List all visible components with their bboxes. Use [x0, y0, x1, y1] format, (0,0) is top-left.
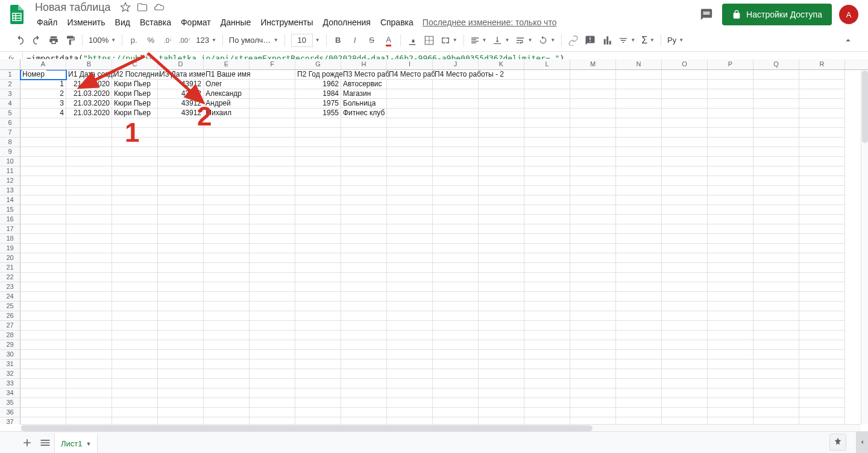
cell[interactable] — [295, 195, 341, 205]
cell[interactable] — [799, 89, 845, 99]
cell[interactable] — [753, 70, 799, 80]
cell[interactable] — [158, 408, 204, 417]
cell[interactable] — [479, 408, 524, 417]
filter-btn[interactable]: ▼ — [616, 36, 638, 45]
cell[interactable] — [799, 234, 845, 244]
cell[interactable] — [753, 408, 799, 417]
cell[interactable] — [158, 282, 204, 292]
cell[interactable] — [662, 118, 708, 128]
cell[interactable] — [250, 311, 295, 321]
cell[interactable]: 43912 — [158, 89, 204, 99]
cell[interactable] — [387, 205, 433, 215]
horizontal-scrollbar[interactable] — [20, 424, 861, 431]
cell[interactable] — [616, 80, 662, 89]
redo-icon[interactable] — [29, 33, 45, 48]
cell[interactable] — [662, 80, 708, 89]
cell[interactable] — [112, 234, 158, 244]
cell[interactable] — [753, 369, 799, 379]
cell[interactable]: Магазин — [341, 89, 387, 99]
cell[interactable] — [66, 369, 112, 379]
cell[interactable] — [250, 186, 295, 195]
cell[interactable] — [616, 253, 662, 263]
currency-btn[interactable]: р. — [126, 33, 142, 48]
cell[interactable] — [570, 138, 616, 147]
last-edit-link[interactable]: Последнее изменение: только что — [423, 15, 557, 30]
cell[interactable] — [158, 166, 204, 176]
row-header[interactable]: 19 — [0, 244, 20, 253]
cell[interactable] — [753, 360, 799, 369]
cell[interactable] — [799, 360, 845, 369]
cell[interactable]: 2 — [20, 89, 66, 99]
cell[interactable] — [66, 321, 112, 331]
cell[interactable] — [799, 398, 845, 408]
cell[interactable] — [708, 263, 753, 273]
cell[interactable] — [158, 360, 204, 369]
side-panel-toggle-icon[interactable] — [856, 431, 868, 453]
cell[interactable] — [662, 70, 708, 80]
cell[interactable] — [753, 128, 799, 138]
cell[interactable] — [204, 350, 250, 360]
cell[interactable] — [295, 224, 341, 234]
cell[interactable] — [66, 398, 112, 408]
cell[interactable] — [799, 417, 845, 424]
cell[interactable] — [753, 253, 799, 263]
cell[interactable] — [570, 273, 616, 282]
cell[interactable] — [112, 292, 158, 302]
cell[interactable] — [20, 186, 66, 195]
cell[interactable] — [341, 417, 387, 424]
cell[interactable] — [524, 80, 570, 89]
cell[interactable] — [112, 118, 158, 128]
cell[interactable] — [753, 138, 799, 147]
cell[interactable] — [112, 186, 158, 195]
cell[interactable] — [524, 292, 570, 302]
italic-btn[interactable]: I — [347, 33, 363, 48]
cell[interactable] — [799, 147, 845, 157]
cell[interactable] — [479, 263, 524, 273]
cell[interactable] — [570, 195, 616, 205]
cell[interactable] — [20, 350, 66, 360]
cell[interactable] — [616, 244, 662, 253]
cell[interactable] — [799, 215, 845, 224]
cell[interactable] — [799, 408, 845, 417]
cell[interactable] — [662, 244, 708, 253]
cell[interactable] — [387, 99, 433, 109]
cell[interactable] — [112, 331, 158, 340]
cell[interactable] — [524, 244, 570, 253]
cell[interactable] — [20, 388, 66, 398]
cell[interactable] — [479, 253, 524, 263]
cell[interactable] — [295, 302, 341, 311]
cell[interactable] — [524, 215, 570, 224]
share-button[interactable]: Настройки Доступа — [722, 4, 832, 25]
col-header-I[interactable]: I — [387, 59, 433, 69]
row-header[interactable]: 27 — [0, 321, 20, 331]
font-select[interactable]: По умолча...▼ — [227, 36, 281, 45]
cell[interactable] — [433, 224, 479, 234]
cell[interactable] — [708, 311, 753, 321]
cell[interactable] — [20, 234, 66, 244]
cell[interactable] — [570, 369, 616, 379]
cell[interactable] — [708, 273, 753, 282]
cell[interactable] — [112, 379, 158, 388]
cell[interactable] — [387, 331, 433, 340]
cell[interactable] — [295, 350, 341, 360]
cell[interactable] — [158, 321, 204, 331]
cell[interactable] — [387, 234, 433, 244]
cell[interactable]: 4 — [20, 109, 66, 118]
cell[interactable] — [799, 350, 845, 360]
cell[interactable] — [250, 388, 295, 398]
cell[interactable] — [662, 408, 708, 417]
cell[interactable] — [250, 224, 295, 234]
cell[interactable] — [112, 360, 158, 369]
cell[interactable] — [20, 166, 66, 176]
cell[interactable]: 43912 — [158, 109, 204, 118]
rotate-btn[interactable]: ▼ — [536, 36, 558, 45]
cell[interactable] — [570, 234, 616, 244]
cell[interactable] — [662, 350, 708, 360]
cell[interactable] — [66, 118, 112, 128]
cell[interactable] — [387, 195, 433, 205]
cell[interactable] — [204, 331, 250, 340]
col-header-L[interactable]: L — [524, 59, 570, 69]
menu-view[interactable]: Вид — [111, 15, 134, 30]
cell[interactable] — [204, 302, 250, 311]
cell[interactable] — [387, 263, 433, 273]
